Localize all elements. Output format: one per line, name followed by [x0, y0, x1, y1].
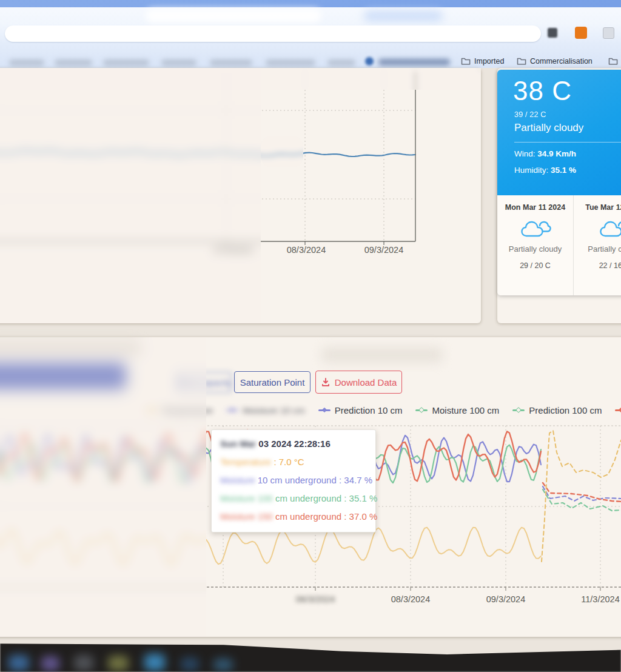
weather-current-panel: 38 C 39 / 22 C Partially cloudy Wind: 34… [497, 70, 621, 195]
blurred-bookmark[interactable] [9, 59, 44, 66]
humidity-value: 35.1 % [551, 166, 576, 175]
bookmark-folder-commercialisation[interactable]: Commercialisation [517, 55, 592, 67]
forecast-date: Mon Mar 11 2024 [497, 203, 573, 212]
tooltip-moisture150-row: Moisture 150 cm underground : 37.0 % [220, 508, 367, 526]
bookmark-folder-label: Commercialisation [530, 57, 592, 66]
tooltip-moisture10-row: Moisture 10 cm underground : 34.7 % [220, 471, 367, 489]
dashboard-page: 07/3/2024 08/3/2024 09/3/2024 38 C 39 / … [0, 68, 621, 672]
extension-icon[interactable] [575, 27, 587, 39]
forecast-condition: Partially cloudy [497, 244, 573, 254]
soil-forecast-card: Field Capacity Saturation Point Download… [0, 337, 621, 637]
x-tick-label: 09/3/2024 [486, 594, 526, 604]
bookmark-folder-cut[interactable] [608, 55, 618, 67]
forecast-panel: Mon Mar 11 2024 Partially cloudy 29 / 20… [497, 195, 621, 295]
address-bar[interactable] [5, 25, 541, 42]
tooltip-title: Sun Mar 03 2024 22:28:16 [220, 435, 367, 453]
blurred-bookmark[interactable] [266, 59, 315, 66]
redaction-blur [0, 68, 261, 323]
taskbar-app-icon[interactable] [213, 659, 233, 671]
folder-icon [608, 57, 618, 66]
forecast-temps: 29 / 20 C [497, 261, 573, 270]
redaction-blur [0, 68, 481, 90]
extension-icon[interactable] [603, 27, 614, 39]
humidity-label: Humidity: [514, 166, 548, 175]
current-temperature: 38 C [513, 76, 572, 106]
taskbar-app-icon[interactable] [8, 655, 29, 671]
blurred-bookmark[interactable] [55, 59, 92, 66]
soil-history-card: 07/3/2024 08/3/2024 09/3/2024 [0, 68, 481, 323]
screen: Imported Commercialisation 07/3/2024 08/… [0, 0, 621, 672]
extension-icon[interactable] [548, 28, 557, 38]
cloudy-icon [520, 218, 551, 240]
x-tick-label: 11/3/2024 [581, 594, 619, 604]
x-tick-label: 08/3/2024 [287, 245, 326, 255]
site-favicon[interactable] [365, 57, 374, 66]
cloudy-icon [599, 218, 621, 240]
bookmark-folder-label: Imported [474, 57, 504, 66]
x-tick-label: 08/3/2024 [391, 594, 431, 604]
blurred-bookmark[interactable] [210, 59, 252, 66]
blurred-bookmark[interactable] [327, 59, 355, 66]
weather-widget: 38 C 39 / 22 C Partially cloudy Wind: 34… [497, 70, 621, 295]
folder-icon [517, 57, 526, 66]
forecast-temps: 22 / 16 C [574, 261, 621, 270]
blurred-bookmark[interactable] [161, 59, 196, 66]
wind-row: Wind: 34.9 Km/h [514, 149, 576, 158]
blurred-bookmark-label[interactable] [378, 59, 450, 66]
browser-toolbar: Imported Commercialisation [0, 7, 621, 68]
tooltip-temperature-row: Temperature : 7.0 °C [220, 453, 367, 471]
forecast-date: Tue Mar 12 2024 [574, 203, 621, 212]
forecast-condition: Partially cloudy [574, 244, 621, 254]
redaction-blur [0, 337, 206, 637]
redaction-blur [261, 136, 303, 167]
current-condition: Partially cloudy [514, 122, 583, 134]
chart-tooltip: Sun Mar 03 2024 22:28:16 Temperature : 7… [211, 429, 376, 533]
wind-label: Wind: [514, 149, 535, 158]
blurred-bookmark[interactable] [103, 59, 149, 66]
blurred-browser-tab[interactable] [364, 10, 443, 22]
x-tick-label: 09/3/2024 [364, 245, 404, 255]
x-tick-label: 06/3/2024 [296, 594, 335, 604]
forecast-day-card: Tue Mar 12 2024 Partially cloudy 22 / 16… [573, 195, 621, 295]
high-low-temperature: 39 / 22 C [514, 110, 546, 119]
forecast-day-card: Mon Mar 11 2024 Partially cloudy 29 / 20… [497, 195, 573, 295]
humidity-row: Humidity: 35.1 % [514, 166, 576, 175]
window-titlebar [0, 0, 621, 7]
tooltip-moisture100-row: Moisture 100 cm underground : 35.1 % [220, 489, 367, 508]
bookmark-folder-imported[interactable]: Imported [461, 55, 504, 67]
taskbar-app-icon[interactable] [108, 656, 129, 671]
folder-icon [461, 57, 471, 66]
blurred-browser-tab[interactable] [146, 8, 321, 23]
divider [514, 142, 621, 143]
wind-value: 34.9 Km/h [537, 149, 576, 158]
taskbar-app-icon[interactable] [74, 655, 93, 671]
taskbar-app-icon[interactable] [144, 654, 165, 671]
taskbar-app-icon[interactable] [41, 656, 59, 671]
taskbar-app-icon[interactable] [181, 657, 199, 671]
